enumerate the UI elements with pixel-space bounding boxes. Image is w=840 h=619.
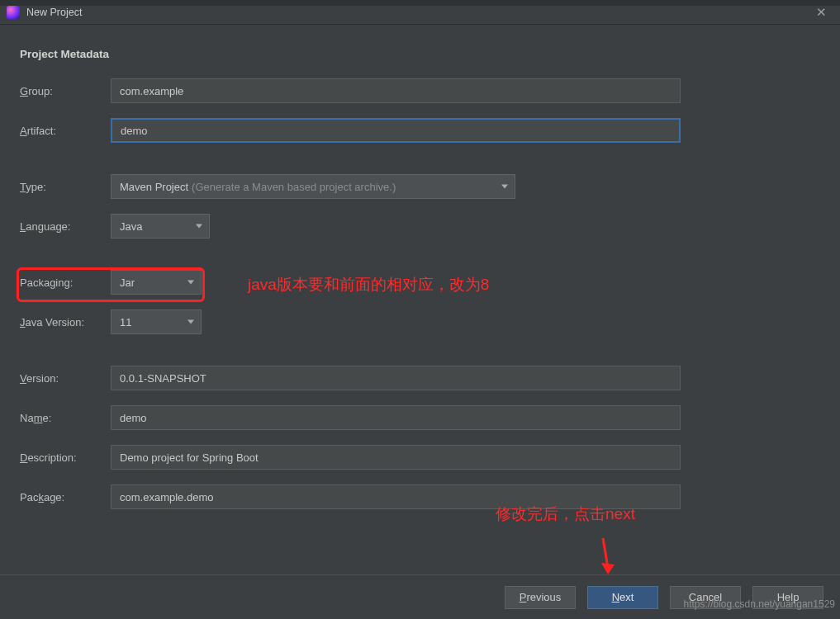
dialog-content: Project Metadata Group: Artifact: Type: … bbox=[0, 25, 840, 509]
chevron-down-icon bbox=[196, 224, 202, 229]
label-type: Type: bbox=[20, 181, 111, 193]
previous-label: revious bbox=[526, 591, 561, 603]
label-package: Package: bbox=[20, 491, 111, 503]
type-select[interactable]: Maven Project (Generate a Maven based pr… bbox=[111, 174, 515, 199]
watermark: https://blog.csdn.net/yuangan1529 bbox=[684, 598, 835, 610]
next-button[interactable]: Next bbox=[587, 586, 658, 609]
previous-button[interactable]: Previous bbox=[505, 586, 576, 609]
language-select[interactable]: Java bbox=[111, 214, 210, 239]
packaging-select[interactable]: Jar bbox=[111, 270, 202, 295]
next-label: ext bbox=[619, 591, 634, 603]
label-group: Group: bbox=[20, 85, 111, 97]
window-title: New Project bbox=[26, 7, 82, 18]
label-name: Name: bbox=[20, 412, 111, 424]
button-bar: Previous Next Cancel Help bbox=[0, 574, 840, 619]
chevron-down-icon bbox=[501, 185, 508, 189]
label-packaging: Packaging: bbox=[20, 276, 111, 289]
group-input[interactable] bbox=[111, 78, 681, 103]
type-value: Maven Project bbox=[120, 181, 188, 193]
label-language: Language: bbox=[20, 220, 111, 233]
language-value: Java bbox=[120, 220, 142, 233]
intellij-icon bbox=[7, 6, 20, 19]
editor-tabs-strip bbox=[0, 0, 840, 6]
chevron-down-icon bbox=[187, 281, 194, 285]
svg-marker-1 bbox=[601, 563, 615, 574]
label-java-version: Java Version: bbox=[20, 316, 111, 328]
java-version-value: 11 bbox=[120, 316, 131, 328]
description-input[interactable] bbox=[111, 445, 681, 470]
name-input[interactable] bbox=[111, 405, 681, 430]
label-version: Version: bbox=[20, 372, 111, 385]
label-artifact: Artifact: bbox=[20, 125, 111, 137]
svg-line-0 bbox=[603, 538, 608, 568]
artifact-input[interactable] bbox=[111, 118, 681, 143]
java-version-select[interactable]: 11 bbox=[111, 310, 202, 334]
type-hint: (Generate a Maven based project archive.… bbox=[192, 181, 396, 193]
version-input[interactable] bbox=[111, 366, 681, 390]
packaging-value: Jar bbox=[120, 276, 135, 289]
annotation-text-1: java版本要和前面的相对应，改为8 bbox=[248, 274, 489, 295]
label-description: Description: bbox=[20, 451, 111, 464]
section-heading: Project Metadata bbox=[20, 48, 820, 60]
annotation-text-2: 修改完后，点击next bbox=[496, 503, 635, 525]
chevron-down-icon bbox=[187, 320, 194, 324]
